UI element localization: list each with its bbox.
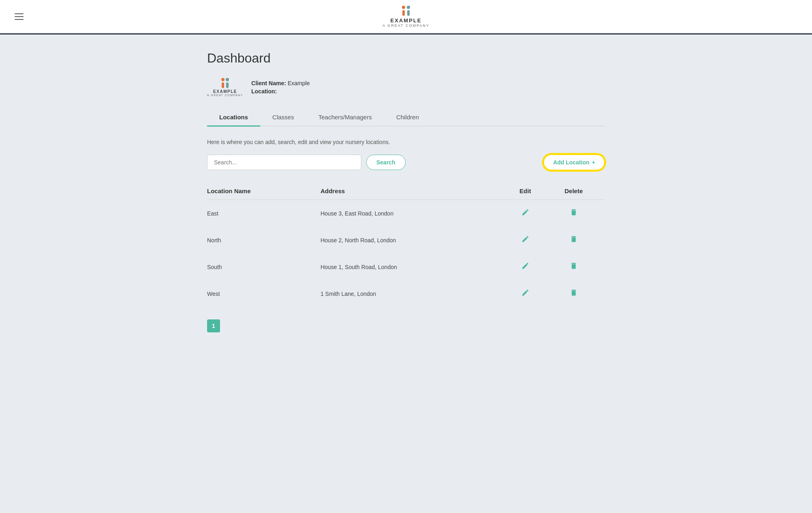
trash-icon bbox=[570, 208, 578, 216]
col-header-delete: Delete bbox=[549, 183, 605, 200]
add-location-button[interactable]: Add Location + bbox=[543, 154, 605, 170]
edit-icon bbox=[521, 262, 529, 270]
logo-dot bbox=[402, 10, 405, 16]
client-logo-text: EXAMPLE bbox=[213, 89, 237, 94]
page-title: Dashboard bbox=[207, 51, 605, 66]
delete-button[interactable] bbox=[568, 207, 579, 220]
logo-dot bbox=[221, 78, 225, 81]
logo: EXAMPLE A GREAT COMPANY bbox=[382, 6, 430, 28]
logo-main-text: EXAMPLE bbox=[391, 17, 422, 24]
search-button[interactable]: Search bbox=[366, 155, 406, 170]
search-input[interactable] bbox=[207, 155, 361, 170]
table-row: West1 Smith Lane, London bbox=[207, 280, 605, 307]
add-location-plus-icon: + bbox=[592, 159, 595, 166]
edit-icon bbox=[521, 289, 529, 297]
delete-button[interactable] bbox=[568, 260, 579, 274]
client-name-row: Client Name: Example bbox=[251, 80, 310, 86]
cell-delete bbox=[549, 280, 605, 307]
edit-icon bbox=[521, 235, 529, 243]
table-header: Location Name Address Edit Delete bbox=[207, 183, 605, 200]
logo-dot bbox=[407, 6, 410, 9]
edit-button[interactable] bbox=[520, 260, 531, 274]
page-1-button[interactable]: 1 bbox=[207, 319, 220, 332]
client-logo-right bbox=[226, 78, 229, 88]
logo-dot bbox=[402, 6, 405, 9]
cell-location-name: East bbox=[207, 200, 320, 227]
logo-icon bbox=[402, 6, 410, 16]
cell-location-name: South bbox=[207, 254, 320, 280]
cell-edit bbox=[508, 254, 549, 280]
search-add-row: Search Add Location + bbox=[207, 154, 605, 170]
cell-location-address: House 1, South Road, London bbox=[320, 254, 508, 280]
client-logo-left bbox=[221, 78, 225, 88]
logo-dot bbox=[222, 82, 224, 88]
cell-location-address: House 3, East Road, London bbox=[320, 200, 508, 227]
logo-dot bbox=[226, 78, 229, 81]
trash-icon bbox=[570, 235, 578, 243]
client-details: Client Name: Example Location: bbox=[251, 80, 310, 95]
description-text: Here is where you can add, search, edit … bbox=[207, 139, 605, 145]
cell-delete bbox=[549, 227, 605, 254]
cell-edit bbox=[508, 280, 549, 307]
cell-location-name: West bbox=[207, 280, 320, 307]
trash-icon bbox=[570, 262, 578, 270]
cell-location-address: House 2, North Road, London bbox=[320, 227, 508, 254]
delete-button[interactable] bbox=[568, 233, 579, 247]
hamburger-line bbox=[15, 19, 24, 20]
locations-table: Location Name Address Edit Delete EastHo… bbox=[207, 183, 605, 307]
add-location-label: Add Location bbox=[553, 159, 589, 166]
cell-location-name: North bbox=[207, 227, 320, 254]
header: EXAMPLE A GREAT COMPANY bbox=[0, 0, 812, 34]
main-content: Dashboard EXAMPLE A GREAT COMPANY Client… bbox=[183, 34, 629, 357]
delete-button[interactable] bbox=[568, 287, 579, 300]
client-location-row: Location: bbox=[251, 88, 310, 95]
edit-icon bbox=[521, 208, 529, 216]
logo-dot bbox=[407, 10, 410, 16]
logo-right-group bbox=[407, 6, 410, 16]
table-header-row: Location Name Address Edit Delete bbox=[207, 183, 605, 200]
tab-children[interactable]: Children bbox=[384, 109, 431, 127]
client-logo: EXAMPLE A GREAT COMPANY bbox=[207, 78, 243, 97]
table-row: SouthHouse 1, South Road, London bbox=[207, 254, 605, 280]
cell-delete bbox=[549, 254, 605, 280]
col-header-address: Address bbox=[320, 183, 508, 200]
hamburger-line bbox=[15, 13, 24, 14]
tab-bar: Locations Classes Teachers/Managers Chil… bbox=[207, 109, 605, 127]
client-info-card: EXAMPLE A GREAT COMPANY Client Name: Exa… bbox=[207, 78, 605, 97]
hamburger-line bbox=[15, 16, 24, 17]
col-header-edit: Edit bbox=[508, 183, 549, 200]
hamburger-menu-button[interactable] bbox=[12, 11, 26, 22]
cell-edit bbox=[508, 200, 549, 227]
client-name-label: Client Name: bbox=[251, 80, 286, 86]
trash-icon bbox=[570, 289, 578, 297]
table-row: NorthHouse 2, North Road, London bbox=[207, 227, 605, 254]
edit-button[interactable] bbox=[520, 233, 531, 247]
cell-edit bbox=[508, 227, 549, 254]
logo-left-group bbox=[402, 6, 405, 16]
client-logo-subtext: A GREAT COMPANY bbox=[207, 94, 243, 97]
edit-button[interactable] bbox=[520, 287, 531, 300]
cell-delete bbox=[549, 200, 605, 227]
logo-dot bbox=[226, 82, 229, 88]
pagination: 1 bbox=[207, 319, 605, 332]
search-controls: Search bbox=[207, 155, 406, 170]
table-row: EastHouse 3, East Road, London bbox=[207, 200, 605, 227]
client-name-value: Example bbox=[287, 80, 309, 86]
logo-sub-text: A GREAT COMPANY bbox=[382, 24, 430, 28]
tab-locations[interactable]: Locations bbox=[207, 109, 260, 127]
edit-button[interactable] bbox=[520, 207, 531, 220]
tab-classes[interactable]: Classes bbox=[260, 109, 306, 127]
client-location-label: Location: bbox=[251, 88, 277, 95]
table-body: EastHouse 3, East Road, London NorthHous… bbox=[207, 200, 605, 307]
cell-location-address: 1 Smith Lane, London bbox=[320, 280, 508, 307]
client-logo-icon bbox=[221, 78, 229, 88]
tab-teachers-managers[interactable]: Teachers/Managers bbox=[306, 109, 384, 127]
col-header-name: Location Name bbox=[207, 183, 320, 200]
